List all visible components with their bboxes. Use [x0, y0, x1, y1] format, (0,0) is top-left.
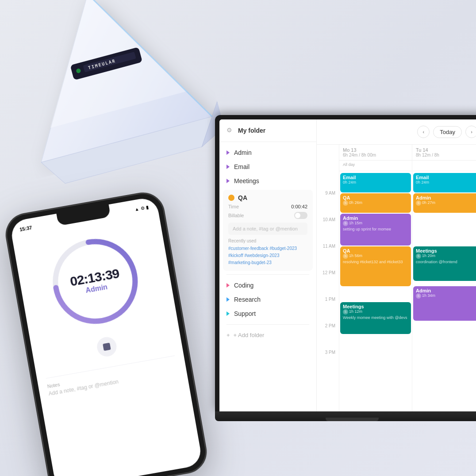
time-slot-12pm: 12 PM	[317, 270, 339, 297]
event-duration: S1h 15m	[343, 221, 408, 226]
sidebar-divider	[226, 274, 309, 275]
cal-today-button[interactable]: Today	[433, 126, 462, 138]
sidebar-divider-2	[226, 324, 309, 325]
billable-toggle[interactable]	[294, 212, 307, 219]
folder-title: My folder	[238, 127, 265, 134]
day-tuesday: Tu 14 8h 12m / 8h Email 0h 24m A	[412, 145, 476, 411]
event-desc: setting up sprint for momee	[343, 227, 408, 231]
sidebar-item-meetings[interactable]: Meetings	[219, 174, 316, 188]
time-slot-1pm: 1 PM	[317, 297, 339, 323]
app-calendar: ‹ Today › 9 AM 10 AM 11 AM 12 PM 1 PM 2 …	[317, 119, 476, 411]
plus-icon: +	[226, 332, 230, 338]
event-email-tue[interactable]: Email 0h 24m	[413, 173, 476, 192]
sidebar-item-meetings-label: Meetings	[234, 177, 259, 184]
monday-events: Email 0h 24m QA S0h 26m Admin S1h 15m	[339, 171, 412, 411]
sidebar-item-admin[interactable]: Admin	[219, 146, 316, 160]
qa-name-label: QA	[238, 194, 247, 201]
phone-body: 02:13:39 Admin Notes Add a note, #tag or…	[12, 212, 188, 407]
stop-icon	[103, 343, 111, 351]
event-meetings-tue[interactable]: Meetings S1h 20m coordination @frontend	[413, 246, 476, 281]
qa-color-dot	[228, 195, 234, 201]
phone-screen: 15:37 ▲ ⊙ ▮	[9, 196, 203, 476]
event-title: Admin	[416, 288, 476, 293]
event-qa-mon-1[interactable]: QA S0h 26m	[340, 193, 411, 213]
arrow-icon-admin	[226, 150, 230, 155]
event-title: Admin	[343, 215, 408, 221]
qa-tags: Recently used #customer-feedback #budget…	[228, 238, 307, 266]
event-admin-mon[interactable]: Admin S1h 15m setting up sprint for mome…	[340, 214, 411, 246]
qa-billable: Billable	[228, 212, 307, 219]
timeular-device: TIMEULAR	[0, 0, 229, 195]
laptop-screen: ⚙ My folder Admin Email Meetings	[219, 119, 476, 411]
qa-note-input[interactable]: Add a note, #tag or @mention	[228, 223, 307, 235]
timer-stop-button[interactable]	[96, 335, 118, 358]
monday-hours: 6h 24m / 8h 00m	[343, 153, 408, 157]
phone-frame: 15:37 ▲ ⊙ ▮	[3, 190, 209, 476]
tag-3: #marketing-bugdet-23	[228, 259, 307, 266]
billable-label: Billable	[228, 213, 244, 218]
wifi-icon: ⊙	[140, 205, 145, 211]
event-title: Meetings	[416, 248, 476, 253]
time-slot-9am: 9 AM	[317, 191, 339, 217]
event-duration: S1h 20m	[416, 253, 476, 259]
arrow-icon-research	[226, 297, 230, 302]
arrow-icon-email	[226, 165, 230, 169]
tuesday-hours: 8h 12m / 8h	[416, 153, 476, 157]
sidebar-active-qa[interactable]: QA Time 0:00:42 Billable Add a note, #ta…	[223, 190, 313, 271]
app-sidebar: ⚙ My folder Admin Email Meetings	[219, 119, 317, 411]
notes-section: Notes Add a note, #tag or @mention	[46, 355, 178, 397]
time-label: Time	[228, 204, 239, 209]
add-folder-button[interactable]: + + Add folder	[219, 328, 316, 342]
folder-icon: ⚙	[226, 127, 234, 134]
time-slot-10am: 10 AM	[317, 217, 339, 244]
event-duration: S1h 12m	[343, 309, 408, 315]
event-qa-mon-2[interactable]: QA S1h 56m resolving #ticket132 and #tic…	[340, 246, 411, 286]
event-duration: S0h 26m	[343, 200, 408, 206]
cal-prev-button[interactable]: ‹	[417, 126, 430, 138]
phone-container: 15:37 ▲ ⊙ ▮	[3, 190, 209, 476]
laptop-screen-frame: ⚙ My folder Admin Email Meetings	[215, 115, 476, 411]
battery-icon: ▮	[146, 204, 149, 210]
monday-header: Mo 13 6h 24m / 8h 00m	[339, 145, 412, 161]
sidebar-item-support[interactable]: Support	[219, 307, 316, 321]
monday-allday: All day	[339, 161, 412, 171]
event-duration: S1h 56m	[343, 253, 408, 259]
sidebar-item-coding-label: Coding	[234, 282, 253, 289]
laptop-base	[215, 411, 476, 421]
event-title: QA	[343, 248, 408, 253]
event-admin-tue-1[interactable]: Admin S0h 27m	[413, 193, 476, 213]
sidebar-item-support-label: Support	[234, 310, 256, 317]
timer-circle: 02:13:39 Admin	[39, 225, 152, 338]
event-email-mon[interactable]: Email 0h 24m	[340, 173, 411, 192]
qa-meta: Time 0:00:42	[228, 204, 307, 209]
tuesday-header: Tu 14 8h 12m / 8h	[412, 145, 476, 161]
time-slot-2pm: 2 PM	[317, 323, 339, 350]
event-meetings-mon[interactable]: Meetings S1h 12m Weekly momee meeting wi…	[340, 302, 411, 334]
event-title: QA	[343, 195, 408, 200]
tuesday-allday	[412, 161, 476, 171]
time-slot-11am: 11 AM	[317, 244, 339, 270]
tags-title: Recently used	[228, 238, 307, 243]
tag-2: #kickoff #webdesign-2023	[228, 252, 307, 259]
day-monday: Mo 13 6h 24m / 8h 00m All day Email 0h 2…	[339, 145, 412, 411]
tuesday-events: Email 0h 24m Admin S0h 27m Meetings S1h	[412, 171, 476, 411]
phone-status-icons: ▲ ⊙ ▮	[134, 204, 149, 211]
event-title: Email	[343, 175, 408, 180]
event-desc: coordination @frontend	[416, 260, 476, 264]
cal-next-button[interactable]: ›	[465, 126, 476, 138]
sidebar-item-coding[interactable]: Coding	[219, 278, 316, 292]
sidebar-item-research[interactable]: Research	[219, 292, 316, 307]
laptop-container: ⚙ My folder Admin Email Meetings	[215, 115, 476, 421]
event-admin-tue-2[interactable]: Admin S1h 34m	[413, 286, 476, 321]
tag-1: #customer-feedback #budget-2023	[228, 245, 307, 252]
sidebar-item-email[interactable]: Email	[219, 160, 316, 174]
event-desc: resolving #ticket132 and #ticket33	[343, 260, 408, 264]
add-folder-label: + Add folder	[234, 332, 265, 338]
arrow-icon-support	[226, 311, 230, 316]
event-title: Email	[416, 175, 476, 180]
event-title: Admin	[416, 195, 476, 200]
monday-name: Mo 13	[343, 147, 408, 153]
sidebar-item-research-label: Research	[234, 296, 261, 303]
calendar-cols: 9 AM 10 AM 11 AM 12 PM 1 PM 2 PM 3 PM	[317, 145, 476, 411]
event-duration: 0h 24m	[416, 180, 476, 184]
